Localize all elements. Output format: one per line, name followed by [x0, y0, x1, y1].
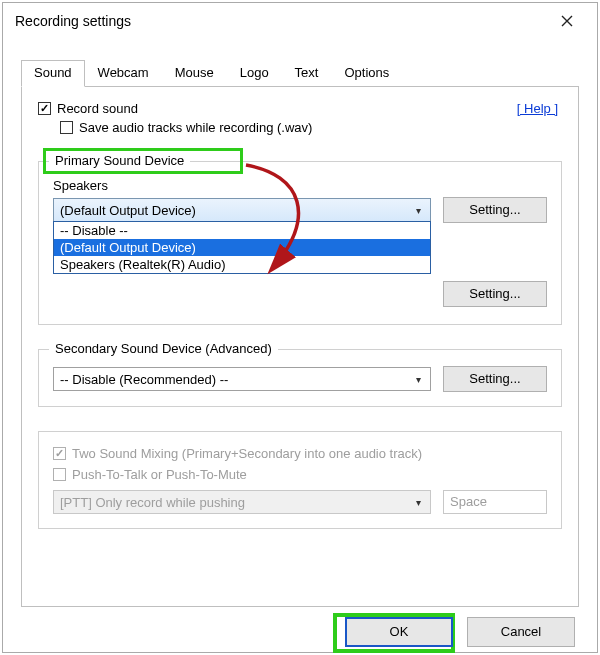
ptt-mode-value: [PTT] Only record while pushing [60, 495, 245, 510]
ok-button[interactable]: OK [345, 617, 453, 647]
tab-text[interactable]: Text [282, 60, 332, 87]
chevron-down-icon: ▾ [410, 497, 426, 508]
window-title: Recording settings [15, 13, 131, 29]
help-link[interactable]: [ Help ] [517, 101, 558, 116]
cancel-button[interactable]: Cancel [467, 617, 575, 647]
tab-logo[interactable]: Logo [227, 60, 282, 87]
microphone-setting-button[interactable]: Setting... [443, 281, 547, 307]
save-wav-label: Save audio tracks while recording (.wav) [79, 120, 312, 135]
close-button[interactable] [547, 7, 587, 35]
secondary-sound-device-group: Secondary Sound Device (Advanced) -- Dis… [38, 349, 562, 407]
two-sound-mixing-label: Two Sound Mixing (Primary+Secondary into… [72, 446, 422, 461]
secondary-device-combobox[interactable]: -- Disable (Recommended) -- ▾ [53, 367, 431, 391]
speakers-setting-button[interactable]: Setting... [443, 197, 547, 223]
dialog-button-row: OK Cancel [3, 607, 597, 655]
record-sound-label: Record sound [57, 101, 138, 116]
tab-options[interactable]: Options [331, 60, 402, 87]
speakers-option-realtek[interactable]: Speakers (Realtek(R) Audio) [54, 256, 430, 273]
speakers-option-default[interactable]: (Default Output Device) [54, 239, 430, 256]
two-sound-mixing-checkbox [53, 447, 66, 460]
close-icon [561, 15, 573, 27]
chevron-down-icon: ▾ [410, 374, 426, 385]
record-sound-checkbox[interactable] [38, 102, 51, 115]
ptt-mode-combobox: [PTT] Only record while pushing ▾ [53, 490, 431, 514]
chevron-down-icon: ▾ [410, 205, 426, 216]
recording-settings-dialog: Recording settings Sound Webcam Mouse Lo… [2, 2, 598, 653]
primary-sound-device-group: Primary Sound Device Speakers (Default O… [38, 161, 562, 325]
mixing-group: Two Sound Mixing (Primary+Secondary into… [38, 431, 562, 529]
speakers-label: Speakers [53, 178, 547, 193]
secondary-group-title: Secondary Sound Device (Advanced) [49, 341, 278, 356]
titlebar: Recording settings [3, 3, 597, 39]
tabstrip: Sound Webcam Mouse Logo Text Options [21, 59, 579, 87]
ptt-checkbox [53, 468, 66, 481]
tab-sound[interactable]: Sound [21, 60, 85, 87]
ptt-hotkey-field: Space [443, 490, 547, 514]
primary-group-title: Primary Sound Device [49, 153, 190, 168]
ptt-checkbox-label: Push-To-Talk or Push-To-Mute [72, 467, 247, 482]
tabpanel-sound: [ Help ] Record sound Save audio tracks … [21, 87, 579, 607]
speakers-dropdown-list: -- Disable -- (Default Output Device) Sp… [53, 221, 431, 274]
secondary-selected-value: -- Disable (Recommended) -- [60, 372, 228, 387]
speakers-option-disable[interactable]: -- Disable -- [54, 222, 430, 239]
secondary-setting-button[interactable]: Setting... [443, 366, 547, 392]
tab-webcam[interactable]: Webcam [85, 60, 162, 87]
tab-mouse[interactable]: Mouse [162, 60, 227, 87]
save-wav-checkbox[interactable] [60, 121, 73, 134]
speakers-combobox[interactable]: (Default Output Device) ▾ [53, 198, 431, 222]
speakers-selected-value: (Default Output Device) [60, 203, 196, 218]
